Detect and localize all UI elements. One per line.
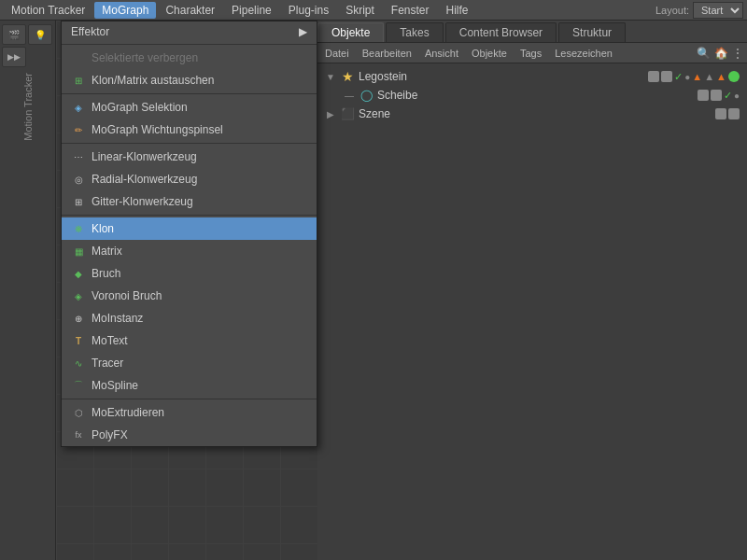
badges-legostein: ✓ ● ▲ ▲ ▲	[648, 71, 740, 83]
icon-szene: ⬛	[340, 106, 355, 121]
toolbar-objekte[interactable]: Objekte	[468, 47, 511, 60]
item-label: Selektierte verbergen	[92, 51, 198, 64]
voronoi-icon	[71, 288, 86, 303]
menu-item-mospline[interactable]: MoSpline	[62, 374, 317, 397]
menu-item-motext[interactable]: MoText	[62, 329, 317, 352]
expand-legostein[interactable]: ▼	[325, 72, 336, 82]
effektor-header[interactable]: Effektor ▶	[62, 21, 317, 42]
linear-icon	[71, 149, 86, 164]
item-label: Radial-Klonwerkzeug	[92, 173, 197, 186]
item-label: Bruch	[92, 267, 120, 280]
item-label: MoGraph Wichtungspinsel	[92, 123, 223, 136]
tab-content-browser[interactable]: Content Browser	[445, 22, 557, 42]
menu-item-bruch[interactable]: Bruch	[62, 262, 317, 285]
mospline-icon	[71, 378, 86, 393]
menu-item-tracer[interactable]: Tracer	[62, 352, 317, 374]
tab-bar: Objekte Takes Content Browser Struktur	[317, 21, 747, 43]
item-label: Klon	[92, 222, 114, 235]
layout-label: Layout:	[655, 5, 689, 16]
tab-objekte[interactable]: Objekte	[317, 22, 384, 42]
menu-item-mograph-pinsel[interactable]: MoGraph Wichtungspinsel	[62, 119, 317, 141]
right-panel: Objekte Takes Content Browser Struktur D…	[317, 21, 747, 560]
side-icon-1[interactable]: 🎬	[2, 24, 26, 45]
toolbar-lesezeichen[interactable]: Lesezeichen	[551, 47, 616, 60]
icon-legostein: ★	[340, 69, 355, 84]
menu-skript[interactable]: Skript	[338, 2, 382, 19]
tri-3: ▲	[716, 71, 726, 82]
expand-szene[interactable]: ▶	[325, 109, 336, 119]
obj-row-scheibe[interactable]: — ◯ Scheibe ✓ ●	[321, 86, 743, 105]
gitter-icon	[71, 194, 86, 209]
badge-gray-z2	[728, 108, 740, 119]
badge-gray-s2	[711, 90, 722, 101]
name-legostein: Legostein	[359, 70, 644, 83]
moinstanz-icon	[71, 311, 86, 326]
badge-gray-z1	[715, 108, 726, 119]
item-label: MoSpline	[92, 379, 138, 392]
selektion-icon	[71, 100, 86, 115]
menu-mograph[interactable]: MoGraph	[94, 2, 156, 19]
tab-struktur[interactable]: Struktur	[558, 22, 626, 42]
toolbar-tags[interactable]: Tags	[516, 47, 545, 60]
side-icon-row-2: ▶▶	[2, 47, 53, 67]
search-icon[interactable]: 🔍	[697, 47, 711, 60]
badge-gray-1	[648, 71, 659, 82]
moextrudieren-icon	[71, 405, 86, 420]
checkmark-icon: ✓	[674, 71, 683, 83]
expand-scheibe: —	[344, 91, 355, 101]
obj-row-szene[interactable]: ▶ ⬛ Szene	[321, 105, 743, 123]
separator-4	[62, 215, 317, 216]
bruch-icon	[71, 266, 86, 281]
klon-matrix-icon	[71, 73, 86, 88]
menu-item-polyfx[interactable]: PolyFX	[62, 424, 317, 446]
menu-item-mograph-selektion[interactable]: MoGraph Selektion	[62, 96, 317, 119]
dot-s: ●	[734, 91, 740, 101]
tri-1: ▲	[692, 71, 702, 82]
obj-row-legostein[interactable]: ▼ ★ Legostein ✓ ● ▲ ▲ ▲	[321, 67, 743, 86]
toolbar-icons: 🔍 🏠 ⋮	[697, 47, 743, 60]
badge-gray-2	[661, 71, 672, 82]
menu-item-moinstanz[interactable]: MoInstanz	[62, 307, 317, 329]
item-label: PolyFX	[92, 428, 128, 441]
tab-takes[interactable]: Takes	[386, 22, 443, 42]
menu-item-linear[interactable]: Linear-Klonwerkzeug	[62, 146, 317, 168]
menu-item-gitter[interactable]: Gitter-Klonwerkzeug	[62, 190, 317, 213]
menu-hilfe[interactable]: Hilfe	[439, 2, 476, 19]
menu-item-matrix[interactable]: Matrix	[62, 240, 317, 262]
motext-icon	[71, 333, 86, 348]
mograph-dropdown: Effektor ▶ Selektierte verbergen Klon/Ma…	[61, 21, 317, 447]
effektor-arrow: ▶	[299, 25, 307, 38]
menu-motion-tracker[interactable]: Motion Tracker	[4, 2, 92, 19]
menu-charakter[interactable]: Charakter	[158, 2, 222, 19]
item-label: MoInstanz	[92, 312, 143, 325]
menu-item-klon[interactable]: Klon	[62, 217, 317, 240]
toolbar-bearbeiten[interactable]: Bearbeiten	[359, 47, 416, 60]
layout-select[interactable]: Start	[693, 2, 743, 19]
separator-3	[62, 143, 317, 144]
menu-plugins[interactable]: Plug-ins	[281, 2, 336, 19]
menu-item-moextrudieren[interactable]: MoExtrudieren	[62, 401, 317, 424]
menu-item-klon-matrix[interactable]: Klon/Matrix austauschen	[62, 69, 317, 91]
item-label: Tracer	[92, 357, 123, 370]
bookmark-icon[interactable]: ⋮	[732, 47, 743, 60]
pinsel-icon	[71, 122, 86, 137]
tracer-icon	[71, 356, 86, 371]
toolbar-ansicht[interactable]: Ansicht	[421, 47, 462, 60]
side-icon-2[interactable]: 💡	[28, 24, 52, 45]
item-label: Klon/Matrix austauschen	[92, 74, 214, 87]
menu-item-radial[interactable]: Radial-Klonwerkzeug	[62, 168, 317, 190]
item-label: Matrix	[92, 245, 122, 258]
menu-pipeline[interactable]: Pipeline	[224, 2, 279, 19]
home-icon[interactable]: 🏠	[714, 47, 728, 60]
menu-fenster[interactable]: Fenster	[384, 2, 437, 19]
tri-2: ▲	[704, 71, 714, 82]
toolbar-datei[interactable]: Datei	[321, 47, 353, 60]
menu-item-voronoi[interactable]: Voronoi Bruch	[62, 285, 317, 307]
menubar: Motion Tracker MoGraph Charakter Pipelin…	[0, 0, 747, 21]
menu-item-selektierte-verbergen[interactable]: Selektierte verbergen	[62, 47, 317, 69]
icon-disabled	[71, 50, 86, 65]
name-szene: Szene	[359, 107, 712, 120]
name-scheibe: Scheibe	[377, 89, 694, 102]
separator-2	[62, 93, 317, 94]
side-icon-3[interactable]: ▶▶	[2, 47, 26, 67]
